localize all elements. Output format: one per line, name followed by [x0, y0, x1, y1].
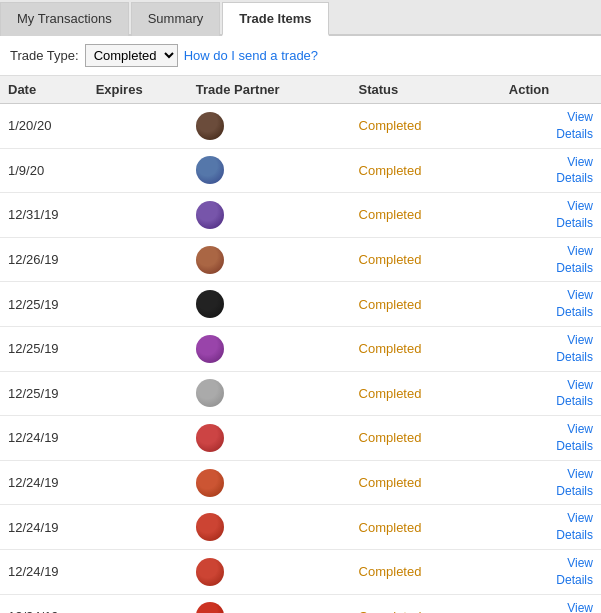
row-status: Completed: [351, 326, 501, 371]
how-to-send-trade-link[interactable]: How do I send a trade?: [184, 48, 318, 63]
row-date: 12/25/19: [0, 326, 88, 371]
view-details-link[interactable]: ViewDetails: [509, 109, 593, 143]
col-header-status: Status: [351, 76, 501, 104]
avatar: [196, 246, 224, 274]
table-row: 12/25/19CompletedViewDetails: [0, 371, 601, 416]
row-action: ViewDetails: [501, 193, 601, 238]
view-details-link[interactable]: ViewDetails: [509, 154, 593, 188]
row-trade-partner: [188, 193, 351, 238]
trade-type-label: Trade Type:: [10, 48, 79, 63]
table-row: 1/20/20CompletedViewDetails: [0, 104, 601, 149]
table-row: 12/25/19CompletedViewDetails: [0, 326, 601, 371]
row-action: ViewDetails: [501, 460, 601, 505]
avatar: [196, 156, 224, 184]
row-date: 12/31/19: [0, 193, 88, 238]
tab-my-transactions[interactable]: My Transactions: [0, 2, 129, 36]
row-action: ViewDetails: [501, 104, 601, 149]
row-trade-partner: [188, 594, 351, 613]
table-row: 12/24/19CompletedViewDetails: [0, 594, 601, 613]
table-row: 12/31/19CompletedViewDetails: [0, 193, 601, 238]
row-date: 1/9/20: [0, 148, 88, 193]
row-date: 12/24/19: [0, 594, 88, 613]
avatar: [196, 290, 224, 318]
row-date: 12/26/19: [0, 237, 88, 282]
row-status: Completed: [351, 594, 501, 613]
controls-bar: Trade Type: Completed How do I send a tr…: [0, 36, 601, 76]
avatar: [196, 602, 224, 613]
view-details-link[interactable]: ViewDetails: [509, 421, 593, 455]
row-status: Completed: [351, 416, 501, 461]
row-date: 12/24/19: [0, 505, 88, 550]
row-date: 12/25/19: [0, 371, 88, 416]
table-row: 12/24/19CompletedViewDetails: [0, 549, 601, 594]
col-header-expires: Expires: [88, 76, 188, 104]
row-action: ViewDetails: [501, 237, 601, 282]
tab-summary[interactable]: Summary: [131, 2, 221, 36]
row-trade-partner: [188, 549, 351, 594]
row-trade-partner: [188, 237, 351, 282]
table-header-row: Date Expires Trade Partner Status Action: [0, 76, 601, 104]
row-expires: [88, 460, 188, 505]
row-expires: [88, 237, 188, 282]
row-date: 12/25/19: [0, 282, 88, 327]
col-header-action: Action: [501, 76, 601, 104]
view-details-link[interactable]: ViewDetails: [509, 243, 593, 277]
row-trade-partner: [188, 371, 351, 416]
table-row: 1/9/20CompletedViewDetails: [0, 148, 601, 193]
row-trade-partner: [188, 505, 351, 550]
row-trade-partner: [188, 104, 351, 149]
row-action: ViewDetails: [501, 282, 601, 327]
row-date: 12/24/19: [0, 460, 88, 505]
row-expires: [88, 104, 188, 149]
col-header-trade-partner: Trade Partner: [188, 76, 351, 104]
row-action: ViewDetails: [501, 594, 601, 613]
row-trade-partner: [188, 326, 351, 371]
row-action: ViewDetails: [501, 326, 601, 371]
view-details-link[interactable]: ViewDetails: [509, 510, 593, 544]
row-date: 12/24/19: [0, 416, 88, 461]
tab-bar: My Transactions Summary Trade Items: [0, 0, 601, 36]
row-trade-partner: [188, 460, 351, 505]
row-expires: [88, 193, 188, 238]
table-row: 12/25/19CompletedViewDetails: [0, 282, 601, 327]
view-details-link[interactable]: ViewDetails: [509, 466, 593, 500]
avatar: [196, 379, 224, 407]
row-action: ViewDetails: [501, 148, 601, 193]
row-status: Completed: [351, 460, 501, 505]
row-expires: [88, 416, 188, 461]
row-status: Completed: [351, 148, 501, 193]
tab-trade-items[interactable]: Trade Items: [222, 2, 328, 36]
row-status: Completed: [351, 282, 501, 327]
view-details-link[interactable]: ViewDetails: [509, 377, 593, 411]
row-trade-partner: [188, 282, 351, 327]
row-status: Completed: [351, 193, 501, 238]
row-status: Completed: [351, 371, 501, 416]
row-status: Completed: [351, 505, 501, 550]
row-status: Completed: [351, 104, 501, 149]
row-action: ViewDetails: [501, 549, 601, 594]
avatar: [196, 558, 224, 586]
avatar: [196, 513, 224, 541]
view-details-link[interactable]: ViewDetails: [509, 287, 593, 321]
row-status: Completed: [351, 237, 501, 282]
row-expires: [88, 148, 188, 193]
table-row: 12/24/19CompletedViewDetails: [0, 505, 601, 550]
row-expires: [88, 594, 188, 613]
row-trade-partner: [188, 148, 351, 193]
row-date: 1/20/20: [0, 104, 88, 149]
avatar: [196, 112, 224, 140]
avatar: [196, 335, 224, 363]
view-details-link[interactable]: ViewDetails: [509, 555, 593, 589]
table-row: 12/24/19CompletedViewDetails: [0, 416, 601, 461]
avatar: [196, 469, 224, 497]
view-details-link[interactable]: ViewDetails: [509, 600, 593, 613]
row-trade-partner: [188, 416, 351, 461]
row-action: ViewDetails: [501, 371, 601, 416]
row-date: 12/24/19: [0, 549, 88, 594]
trade-type-select[interactable]: Completed: [85, 44, 178, 67]
avatar: [196, 201, 224, 229]
view-details-link[interactable]: ViewDetails: [509, 332, 593, 366]
row-expires: [88, 371, 188, 416]
row-status: Completed: [351, 549, 501, 594]
view-details-link[interactable]: ViewDetails: [509, 198, 593, 232]
